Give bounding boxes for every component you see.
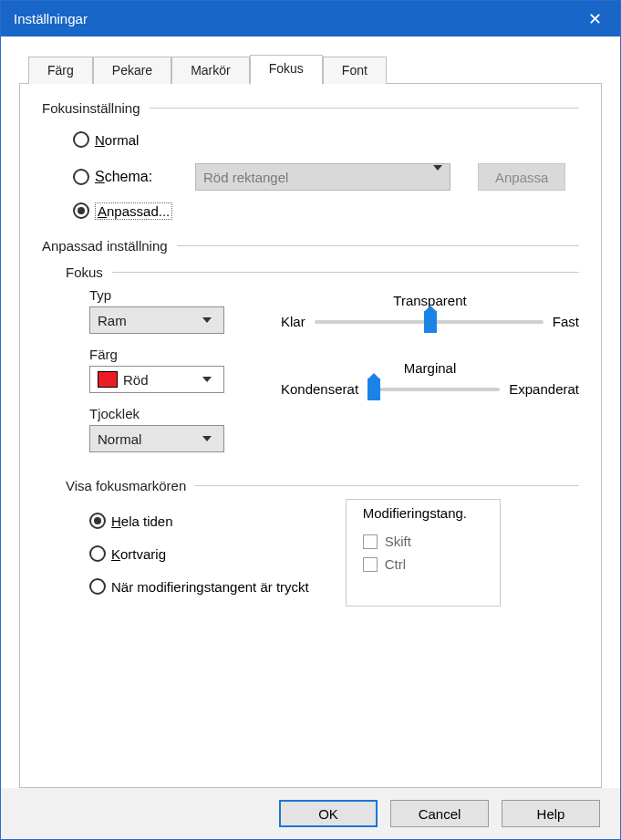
group-fokus-inner: Fokus — [66, 264, 112, 280]
tab-pekare[interactable]: Pekare — [93, 57, 171, 84]
radio-schema-label: Schema: — [95, 169, 195, 185]
slider1-left: Klar — [281, 314, 305, 329]
display-marker-radios: Hela tiden Kortvarig När modifieringstan… — [89, 504, 309, 607]
color-swatch — [98, 371, 118, 388]
transparent-slider-block: Transparent Klar Fast — [281, 293, 579, 329]
tab-page-fokus: Fokusinställning Normal Schema: Röd rekt… — [19, 83, 602, 788]
titlebar: Inställningar ✕ — [1, 1, 620, 36]
modifier-group-label: Modifieringstang. — [359, 505, 471, 521]
tab-font[interactable]: Font — [323, 57, 387, 84]
check-ctrl-row[interactable]: Ctrl — [363, 556, 491, 572]
schema-combo[interactable]: Röd rektangel — [195, 163, 450, 191]
help-button[interactable]: Help — [502, 800, 600, 827]
client-area: Färg Pekare Markör Fokus Font Fokusinstä… — [1, 36, 620, 788]
radio-normal-label: Normal — [95, 132, 139, 148]
radio-hela[interactable] — [89, 513, 106, 529]
sliders-col: Transparent Klar Fast Marginal — [281, 287, 579, 452]
radio-hela-row[interactable]: Hela tiden — [89, 508, 309, 534]
group-fokus-setting: Fokusinställning — [42, 100, 150, 116]
modifier-keys-group: Modifieringstang. Skift Ctrl — [346, 499, 501, 607]
left-dropdown-col: Typ Ram Färg Röd Tjocklek — [89, 287, 254, 452]
marginal-slider-block: Marginal Kondenserat Expanderat — [281, 360, 579, 397]
transparent-slider[interactable] — [315, 320, 543, 324]
radio-anpassad[interactable] — [73, 202, 89, 219]
anpassa-button[interactable]: Anpassa — [478, 163, 565, 191]
chevron-down-icon — [433, 171, 442, 183]
radio-anpassad-label: Anpassad... — [95, 202, 172, 220]
check-shift-row[interactable]: Skift — [363, 534, 491, 549]
slider-thumb[interactable] — [424, 311, 437, 333]
slider2-left: Kondenserat — [281, 381, 358, 397]
slider2-right: Expanderat — [509, 381, 579, 397]
check-ctrl[interactable] — [363, 557, 378, 572]
radio-modifier-row[interactable]: När modifieringstangent är tryckt — [89, 574, 309, 599]
color-label: Färg — [89, 347, 254, 362]
radio-kortvarig-label: Kortvarig — [111, 546, 166, 562]
radio-modifier[interactable] — [89, 578, 106, 595]
tab-markor[interactable]: Markör — [171, 57, 250, 84]
radio-kortvarig-row[interactable]: Kortvarig — [89, 541, 309, 566]
group-display-marker: Visa fokusmarkören — [66, 478, 195, 493]
chevron-down-icon — [198, 311, 216, 329]
type-dropdown[interactable]: Ram — [89, 306, 224, 334]
group-custom: Anpassad inställning — [42, 238, 177, 254]
radio-schema-row[interactable]: Schema: Röd rektangel Anpassa — [73, 160, 579, 194]
type-label: Typ — [89, 287, 254, 303]
close-icon[interactable]: ✕ — [581, 5, 609, 33]
radio-hela-label: Hela tiden — [111, 513, 173, 529]
radio-schema[interactable] — [73, 169, 89, 185]
chevron-down-icon — [198, 430, 216, 448]
radio-kortvarig[interactable] — [89, 545, 106, 562]
radio-normal-row[interactable]: Normal — [73, 127, 579, 152]
thickness-dropdown[interactable]: Normal — [89, 425, 224, 452]
slider2-title: Marginal — [281, 360, 579, 376]
marginal-slider[interactable] — [367, 388, 500, 391]
radio-modifier-label: När modifieringstangent är tryckt — [111, 579, 309, 595]
slider1-right: Fast — [553, 314, 579, 329]
radio-anpassad-row[interactable]: Anpassad... — [73, 198, 579, 223]
ok-button[interactable]: OK — [279, 800, 378, 827]
tab-farg[interactable]: Färg — [28, 57, 93, 84]
slider-thumb[interactable] — [367, 379, 380, 400]
tabstrip: Färg Pekare Markör Fokus Font — [19, 55, 602, 84]
color-dropdown[interactable]: Röd — [89, 366, 224, 393]
window-title: Inställningar — [14, 11, 88, 26]
thickness-label: Tjocklek — [89, 406, 254, 421]
settings-dialog: Inställningar ✕ Färg Pekare Markör Fokus… — [0, 0, 621, 840]
radio-normal[interactable] — [73, 131, 89, 148]
dialog-footer: OK Cancel Help — [1, 788, 620, 839]
chevron-down-icon — [198, 370, 216, 389]
cancel-button[interactable]: Cancel — [390, 800, 489, 827]
tab-fokus[interactable]: Fokus — [250, 55, 323, 85]
check-shift[interactable] — [363, 534, 378, 549]
